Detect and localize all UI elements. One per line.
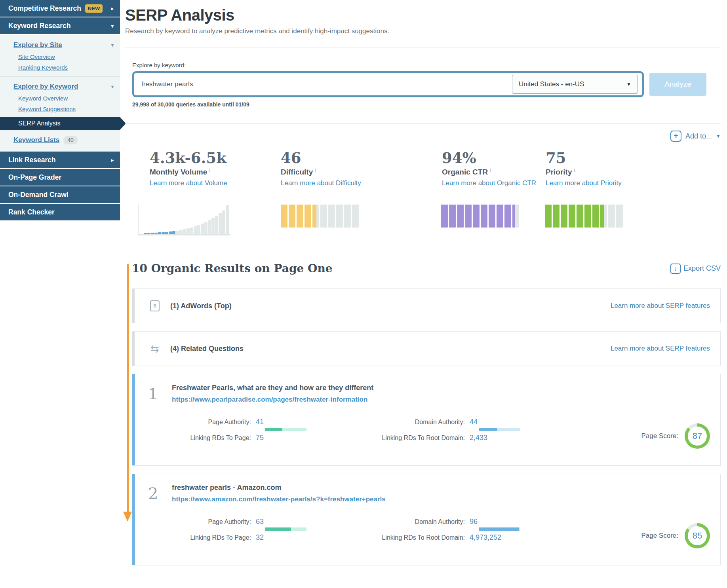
ranking-keywords-link[interactable]: Ranking Keywords	[18, 64, 68, 71]
info-icon[interactable]: i	[490, 168, 491, 173]
page-score-value: 87	[688, 427, 707, 446]
serp-feature-related-questions-row: ⇆ (4) Related Questions Learn more about…	[132, 331, 721, 366]
sidebar-item-ranking-keywords[interactable]: Ranking Keywords	[0, 62, 120, 73]
chevron-down-icon[interactable]: ▼	[716, 133, 721, 139]
page: Competitive Research NEW ▸ Keyword Resea…	[0, 0, 727, 588]
keyword-overview-link[interactable]: Keyword Overview	[18, 95, 68, 102]
result-content: Freshwater Pearls, what are they and how…	[172, 384, 710, 449]
chevron-right-icon: ▸	[111, 6, 114, 11]
page-title: SERP Analysis	[125, 6, 721, 24]
metric-value: 46	[281, 149, 361, 167]
sidebar-item-label: On-Demand Crawl	[8, 191, 69, 199]
sidebar-item-keyword-research[interactable]: Keyword Research ▾	[0, 17, 120, 34]
sidebar-item-on-page-grader[interactable]: On-Page Grader	[0, 169, 120, 186]
divider	[125, 242, 721, 242]
sidebar-item-keyword-overview[interactable]: Keyword Overview	[0, 93, 120, 104]
keyword-lists-link[interactable]: Keyword Lists	[13, 136, 59, 144]
learn-more-serp-features-link[interactable]: Learn more about SERP features	[611, 302, 710, 310]
linking-rds-root-value: 4,973,252	[470, 533, 501, 542]
info-icon[interactable]: i	[209, 168, 210, 173]
linking-rds-root-label: Linking RDs To Root Domain:	[346, 434, 465, 442]
site-overview-link[interactable]: Site Overview	[18, 53, 55, 60]
sidebar-item-label: Rank Checker	[8, 208, 55, 216]
add-to-row: + Add to... ▼	[125, 129, 721, 143]
linking-rds-page-label: Linking RDs To Page:	[172, 534, 251, 541]
domain-authority-bar	[479, 428, 520, 431]
linking-rds-page-value: 32	[256, 533, 264, 542]
domain-authority-label: Domain Authority:	[346, 419, 465, 426]
serp-feature-label: (4) Related Questions	[170, 345, 611, 353]
download-icon: ↓	[670, 264, 681, 274]
page-authority-label: Page Authority:	[172, 419, 251, 426]
sidebar-item-keyword-suggestions[interactable]: Keyword Suggestions	[0, 104, 120, 114]
domain-authority-value: 44	[470, 418, 478, 426]
organic-result-row-1: 1 Freshwater Pearls, what are they and h…	[132, 374, 721, 466]
query-quota-text: 29,998 of 30,000 queries available until…	[132, 101, 721, 108]
sidebar-item-explore-by-site[interactable]: Explore by Site ▾	[0, 39, 120, 51]
page-authority-column: Page Authority:63 Linking RDs To Page:32	[172, 518, 330, 542]
page-score-column: Page Score: 87	[641, 423, 710, 449]
result-rank: 2	[148, 484, 158, 503]
sidebar-item-competitive-research[interactable]: Competitive Research NEW ▸	[0, 0, 120, 17]
metric-label: Difficultyi	[281, 168, 361, 176]
learn-more-organic-ctr-link[interactable]: Learn more about Organic CTR	[442, 179, 536, 187]
sidebar-item-rank-checker[interactable]: Rank Checker	[0, 204, 120, 220]
keyword-input[interactable]	[141, 80, 498, 88]
result-title: Freshwater Pearls, what are they and how…	[172, 384, 710, 392]
keyword-suggestions-link[interactable]: Keyword Suggestions	[18, 106, 76, 112]
serp-analysis-label: SERP Analysis	[18, 120, 60, 127]
learn-more-volume-link[interactable]: Learn more about Volume	[150, 179, 227, 187]
result-url-link[interactable]: https://www.amazon.com/freshwater-pearls…	[172, 495, 710, 503]
learn-more-serp-features-link[interactable]: Learn more about SERP features	[611, 345, 710, 353]
sidebar-item-on-demand-crawl[interactable]: On-Demand Crawl	[0, 186, 120, 203]
chevron-down-icon[interactable]: ▾	[111, 42, 114, 48]
sidebar-item-label: Keyword Research	[8, 22, 71, 30]
domain-authority-label: Domain Authority:	[346, 518, 465, 525]
linking-rds-page-value: 75	[256, 434, 264, 442]
linking-rds-root-label: Linking RDs To Root Domain:	[346, 534, 465, 541]
annotation-arrow-line	[127, 264, 129, 512]
explore-by-keyword-link[interactable]: Explore by Keyword	[13, 83, 78, 91]
export-csv-button[interactable]: ↓ Export CSV	[670, 264, 721, 274]
organic-result-row-2: 2 freshwater pearls - Amazon.com https:/…	[132, 474, 721, 565]
page-authority-label: Page Authority:	[172, 518, 251, 525]
sidebar-item-label: Competitive Research	[8, 4, 81, 13]
domain-authority-bar	[479, 527, 520, 531]
learn-more-difficulty-link[interactable]: Learn more about Difficulty	[281, 179, 361, 187]
learn-more-priority-link[interactable]: Learn more about Priority	[546, 179, 622, 187]
sidebar-item-keyword-lists[interactable]: Keyword Lists 40	[0, 133, 120, 146]
metric-value: 75	[546, 149, 622, 167]
page-authority-column: Page Authority:41 Linking RDs To Page:75	[172, 418, 330, 442]
domain-authority-column: Domain Authority:96 Linking RDs To Root …	[346, 518, 544, 542]
metric-label: Monthly Volumei	[150, 168, 227, 176]
divider	[0, 76, 120, 77]
info-icon[interactable]: i	[574, 168, 575, 173]
result-url-link[interactable]: https://www.pearlparadise.com/pages/fres…	[172, 396, 710, 404]
analyze-button[interactable]: Analyze	[649, 73, 706, 96]
result-title: freshwater pearls - Amazon.com	[172, 484, 710, 492]
sidebar-item-link-research[interactable]: Link Research ▸	[0, 152, 120, 168]
sidebar-item-serp-analysis-selected[interactable]: SERP Analysis	[0, 117, 120, 130]
info-icon[interactable]: i	[315, 168, 316, 173]
metric-label: Organic CTRi	[442, 168, 536, 176]
metric-monthly-volume: 4.3k-6.5k Monthly Volumei Learn more abo…	[150, 149, 227, 187]
organic-ctr-meter	[441, 205, 519, 228]
main-content: SERP Analysis Research by keyword to ana…	[125, 0, 727, 565]
metric-value: 94%	[442, 149, 536, 167]
new-badge: NEW	[85, 4, 103, 13]
add-plus-icon[interactable]: +	[670, 131, 681, 142]
page-score-column: Page Score: 85	[641, 523, 710, 548]
chevron-down-icon: ▼	[626, 82, 631, 87]
explore-by-site-link[interactable]: Explore by Site	[13, 41, 62, 49]
sidebar-item-site-overview[interactable]: Site Overview	[0, 51, 120, 62]
chevron-down-icon[interactable]: ▾	[111, 84, 114, 89]
metric-value: 4.3k-6.5k	[150, 149, 227, 167]
explore-by-keyword-label: Explore by keyword:	[132, 62, 721, 68]
keyword-search-box[interactable]: United States - en-US ▼	[132, 71, 644, 97]
locale-select[interactable]: United States - en-US ▼	[512, 75, 638, 94]
sidebar-item-explore-by-keyword[interactable]: Explore by Keyword ▾	[0, 80, 120, 93]
serp-feature-adwords-row: $ (1) AdWords (Top) Learn more about SER…	[132, 288, 721, 323]
add-to-button[interactable]: Add to...	[685, 132, 712, 140]
divider	[125, 123, 721, 124]
volume-histogram	[138, 205, 230, 235]
